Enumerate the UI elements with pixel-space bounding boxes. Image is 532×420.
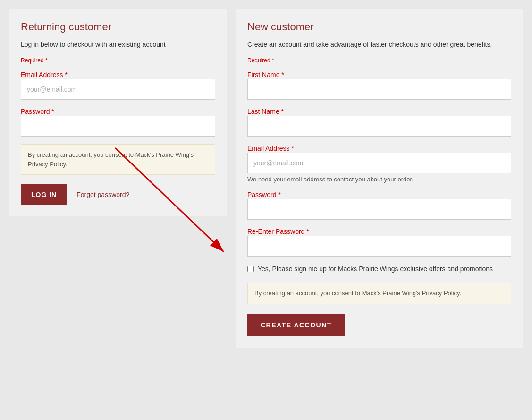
email-hint: We need your email address to contact yo… (247, 176, 511, 183)
reenter-password-label: Re-Enter Password * (247, 228, 309, 235)
last-name-input[interactable] (247, 116, 511, 137)
new-customer-title: New customer (247, 21, 511, 33)
returning-consent-box: By creating an account, you consent to M… (21, 144, 215, 175)
new-consent-box: By creating an account, you consent to M… (247, 283, 511, 304)
new-email-input[interactable] (247, 153, 511, 173)
newsletter-checkbox-row: Yes, Please sign me up for Macks Prairie… (247, 264, 511, 274)
new-password-input[interactable] (247, 199, 511, 220)
login-button[interactable]: LOG IN (21, 184, 67, 205)
new-required-label: Required * (247, 57, 511, 64)
new-password-field-group: Password * (247, 190, 511, 220)
new-email-field-group: Email Address * We need your email addre… (247, 144, 511, 183)
first-name-field-group: First Name * (247, 70, 511, 100)
returning-customer-title: Returning customer (21, 21, 215, 33)
returning-required-label: Required * (21, 57, 215, 64)
new-customer-panel: New customer Create an account and take … (236, 9, 523, 348)
newsletter-checkbox[interactable] (247, 266, 254, 272)
new-customer-subtitle: Create an account and take advantage of … (247, 40, 511, 50)
returning-email-label: Email Address * (21, 71, 68, 78)
returning-email-field-group: Email Address * (21, 70, 215, 100)
newsletter-label: Yes, Please sign me up for Macks Prairie… (258, 264, 493, 274)
create-account-button[interactable]: CREATE ACCOUNT (247, 314, 345, 336)
returning-customer-panel: Returning customer Log in below to check… (9, 9, 227, 216)
last-name-field-group: Last Name * (247, 107, 511, 137)
returning-password-field-group: Password * (21, 107, 215, 137)
reenter-password-input[interactable] (247, 236, 511, 257)
first-name-input[interactable] (247, 79, 511, 100)
last-name-label: Last Name * (247, 108, 284, 115)
returning-email-input[interactable] (21, 79, 215, 100)
returning-customer-subtitle: Log in below to checkout with an existin… (21, 40, 215, 50)
page-wrapper: Returning customer Log in below to check… (9, 9, 523, 348)
login-row: LOG IN Forgot password? (21, 184, 215, 205)
reenter-password-field-group: Re-Enter Password * (247, 227, 511, 257)
returning-password-input[interactable] (21, 116, 215, 137)
new-password-label: Password * (247, 191, 281, 198)
returning-password-label: Password * (21, 108, 54, 115)
forgot-password-link[interactable]: Forgot password? (76, 191, 129, 198)
new-email-label: Email Address * (247, 145, 294, 152)
first-name-label: First Name * (247, 71, 284, 78)
